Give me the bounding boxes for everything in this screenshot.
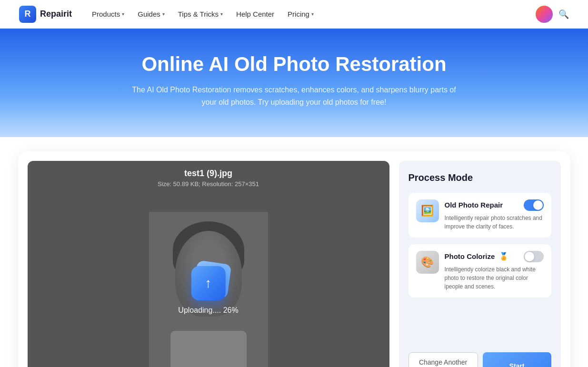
hero-title: Online AI Old Photo Restoration	[10, 52, 578, 76]
hero-subtitle: The AI Old Photo Restoration removes scr…	[128, 84, 461, 108]
upload-filename: test1 (9).jpg	[37, 169, 380, 179]
chevron-down-icon: ▾	[220, 11, 223, 17]
toggle-knob-colorize	[525, 252, 534, 261]
upload-progress-overlay: ↑ Uploading.... 26%	[178, 266, 238, 315]
mode-header-colorize: Photo Colorize 🏅	[445, 251, 544, 262]
toggle-repair[interactable]	[524, 199, 544, 211]
toggle-knob-repair	[533, 200, 543, 210]
upload-cube-icon: ↑	[191, 266, 226, 300]
sidebar: Process Mode 🖼️ Old Photo Repair Intelli…	[399, 161, 561, 367]
start-button[interactable]: Start	[483, 352, 551, 367]
mode-card-colorize: 🎨 Photo Colorize 🏅 Intelligendy colorize…	[409, 244, 551, 298]
mode-icon-colorize: 🎨	[416, 251, 439, 274]
main-card: test1 (9).jpg Size: 50.89 KB; Resolution…	[18, 151, 570, 367]
upload-meta: Size: 50.89 KB; Resolution: 257×351	[37, 180, 380, 188]
upload-progress-text: Uploading.... 26%	[178, 306, 238, 315]
logo-icon: R	[19, 6, 36, 23]
nav-item-guides[interactable]: Guides ▾	[132, 6, 170, 22]
upload-area: test1 (9).jpg Size: 50.89 KB; Resolution…	[28, 161, 389, 367]
mode-card-repair: 🖼️ Old Photo Repair Intelligently repair…	[409, 193, 551, 238]
nav-items: Products ▾ Guides ▾ Tips & Tricks ▾ Help…	[86, 6, 536, 22]
chevron-down-icon: ▾	[162, 11, 165, 17]
nav-item-tips-tricks[interactable]: Tips & Tricks ▾	[172, 6, 229, 22]
sidebar-buttons: Change Another Photo Start	[409, 343, 551, 367]
process-mode-title: Process Mode	[409, 172, 551, 183]
mode-content-colorize: Photo Colorize 🏅 Intelligendy colorize b…	[445, 251, 544, 291]
hero-section: Online AI Old Photo Restoration The AI O…	[0, 29, 588, 137]
navbar: R Repairit Products ▾ Guides ▾ Tips & Tr…	[0, 0, 588, 29]
mode-content-repair: Old Photo Repair Intelligently repair ph…	[445, 199, 544, 231]
toggle-colorize[interactable]	[524, 251, 544, 262]
nav-right: 🔍	[536, 6, 569, 23]
mode-badge-colorize: 🏅	[499, 252, 508, 260]
upload-arrow-icon: ↑	[205, 276, 212, 291]
mode-name-repair: Old Photo Repair	[445, 201, 503, 209]
mode-header-repair: Old Photo Repair	[445, 199, 544, 211]
logo-text: Repairit	[40, 9, 72, 19]
chevron-down-icon: ▾	[122, 11, 124, 17]
mode-name-colorize: Photo Colorize 🏅	[445, 252, 508, 261]
logo[interactable]: R Repairit	[19, 6, 72, 23]
cube-3d: ↑	[191, 266, 226, 300]
mode-icon-repair: 🖼️	[416, 199, 439, 222]
nav-item-products[interactable]: Products ▾	[86, 6, 130, 22]
search-icon[interactable]: 🔍	[558, 9, 569, 20]
upload-header: test1 (9).jpg Size: 50.89 KB; Resolution…	[28, 161, 389, 191]
mode-desc-colorize: Intelligendy colorize black and white ph…	[445, 265, 544, 291]
avatar[interactable]	[536, 6, 553, 23]
nav-item-help-center[interactable]: Help Center	[230, 6, 280, 22]
mode-desc-repair: Intelligently repair photo scratches and…	[445, 214, 544, 231]
change-another-photo-button[interactable]: Change Another Photo	[409, 352, 478, 367]
chevron-down-icon: ▾	[311, 11, 314, 17]
nav-item-pricing[interactable]: Pricing ▾	[282, 6, 319, 22]
upload-image-container: ↑ Uploading.... 26%	[28, 191, 389, 367]
